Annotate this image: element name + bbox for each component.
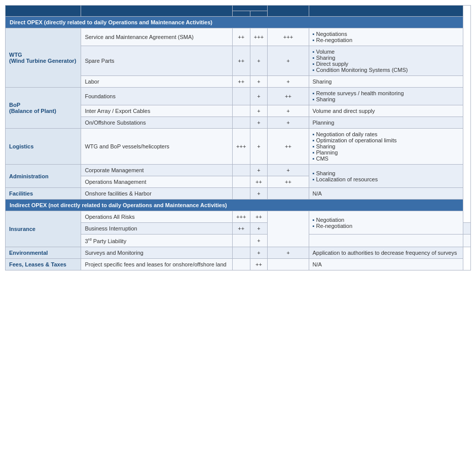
long-term-value: + [250,76,268,88]
item-cell: On/Offshore Substations [81,117,232,129]
short-term-value [232,165,250,176]
optimization-value: + [268,46,309,76]
enabler-cell: Negotiation of daily ratesOptimization o… [309,129,463,165]
item-cell: Spare Parts [81,46,232,76]
item-cell: Operations Management [81,176,232,188]
enabler-cell: Planning [309,117,463,129]
item-cell: Inter Array / Export Cables [81,105,232,117]
optimization-value: +++ [268,28,309,46]
long-term-header [250,11,268,17]
optimization-value: + [268,117,309,129]
long-term-value: + [250,165,268,176]
table-row: WTG(Wind Turbine Generator)Service and M… [6,28,471,46]
table-row: BoP(Balance of Plant)Foundations+++Remot… [6,88,471,105]
optimization-value: ++ [268,129,309,165]
enabler-cell [463,235,470,247]
item-cell: Project specific fees and leases for ons… [81,258,232,270]
short-term-value: +++ [232,129,250,165]
short-term-value: ++ [232,28,250,46]
enabler-cell: Application to authorities to decrease f… [309,247,463,258]
enabler-cell: SharingLocalization of resources [309,165,463,188]
optimization-value [463,223,470,235]
item-cell: Surveys and Monitoring [81,247,232,258]
long-term-value: ++ [250,211,268,223]
short-term-value [232,105,250,117]
long-term-value: + [250,117,268,129]
short-term-value [232,258,250,270]
item-cell: 3rd Party Liability [81,235,232,247]
item-cell: Business Interruption [81,223,232,235]
item-header [81,6,232,17]
long-term-value: + [250,46,268,76]
enabler-cell: N/A [309,188,463,200]
direct-opex-header: Direct OPEX (directly related to daily O… [6,17,463,28]
optimization-value [268,211,309,247]
enabler-cell: NegotiationsRe-negotiation [309,28,463,46]
long-term-value: + [250,105,268,117]
long-term-value: + [250,223,268,235]
area-cell: Logistics [6,129,81,165]
table-row: EnvironmentalSurveys and Monitoring++App… [6,247,471,258]
short-term-value: ++ [232,76,250,88]
long-term-value: + [250,129,268,165]
enabler-cell: Volume and direct supply [309,105,463,117]
table-row: LogisticsWTG and BoP vessels/helicopters… [6,129,471,165]
long-term-value: + [250,188,268,200]
enabler-cell: Remote surveys / health monitoringSharin… [309,88,463,105]
long-term-value: +++ [250,28,268,46]
short-term-value [232,176,250,188]
main-table: Direct OPEX (directly related to daily O… [5,5,471,270]
short-term-value [232,88,250,105]
item-cell: Service and Maintenance Agreement (SMA) [81,28,232,46]
optimization-value: + [268,165,309,176]
short-term-value: +++ [232,211,250,223]
item-cell: Foundations [81,88,232,105]
area-cell: Environmental [6,247,81,258]
optimization-header [268,6,309,17]
table-row: FacilitiesOnshore facilities & Harbor+N/… [6,188,471,200]
item-cell: Onshore facilities & Harbor [81,188,232,200]
table-row: AdministrationCorporate Management++Shar… [6,165,471,176]
area-cell: Fees, Leases & Taxes [6,258,81,270]
opex-group-header [232,6,268,11]
optimization-value: ++ [268,176,309,188]
optimization-value [268,258,309,270]
item-cell: Corporate Management [81,165,232,176]
short-term-value: ++ [232,46,250,76]
area-cell: Administration [6,165,81,188]
item-cell: Operations All Risks [81,211,232,223]
short-term-value [232,247,250,258]
enabler-cell: NegotiationRe-negotiation [309,211,463,235]
table-row: Fees, Leases & TaxesProject specific fee… [6,258,471,270]
optimization-value: + [268,105,309,117]
area-cell: WTG(Wind Turbine Generator) [6,28,81,88]
long-term-value: + [250,88,268,105]
enabler-cell: Sharing [309,76,463,88]
indirect-opex-header: Indirect OPEX (not directly related to d… [6,200,463,211]
item-cell: WTG and BoP vessels/helicopters [81,129,232,165]
item-cell: Labor [81,76,232,88]
long-term-value: + [250,247,268,258]
optimization-value: ++ [268,88,309,105]
enabler-cell: VolumeSharingDirect supplyCondition Moni… [309,46,463,76]
short-term-value [232,188,250,200]
enablers-header [309,6,463,17]
optimization-value: + [268,247,309,258]
optimization-value [309,235,463,247]
short-term-value [232,117,250,129]
table-row: InsuranceOperations All Risks+++++Negoti… [6,211,471,223]
long-term-value: ++ [250,258,268,270]
optimization-value: + [268,76,309,88]
short-term-value [232,235,250,247]
short-term-value: ++ [232,223,250,235]
area-header [6,6,81,17]
long-term-value: ++ [250,176,268,188]
enabler-cell: N/A [309,258,463,270]
area-cell: Insurance [6,211,81,247]
long-term-value: + [250,235,268,247]
area-cell: BoP(Balance of Plant) [6,88,81,129]
optimization-value [268,188,309,200]
area-cell: Facilities [6,188,81,200]
short-term-header [232,11,250,17]
